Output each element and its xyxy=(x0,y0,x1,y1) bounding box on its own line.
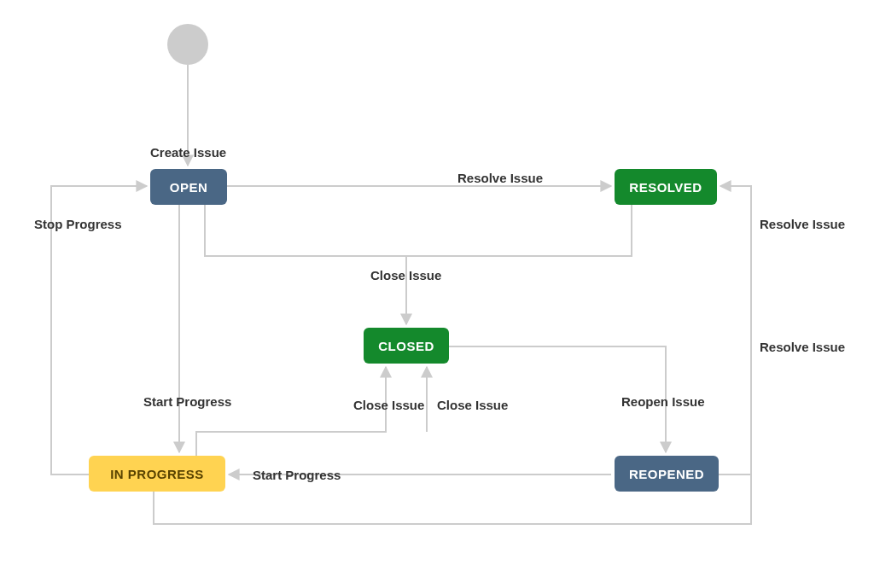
label-reopen-issue: Reopen Issue xyxy=(621,394,705,409)
edge-close-merge-horizontal xyxy=(205,205,632,256)
state-closed: CLOSED xyxy=(364,328,449,364)
label-start-progress-reopened: Start Progress xyxy=(253,468,341,482)
state-closed-label: CLOSED xyxy=(378,339,434,353)
label-close-resolved: Close Issue xyxy=(437,398,508,412)
label-create-issue: Create Issue xyxy=(150,145,226,160)
label-close-inprogress: Close Issue xyxy=(353,398,424,412)
state-in-progress: IN PROGRESS xyxy=(89,456,225,492)
state-open: OPEN xyxy=(150,169,227,205)
workflow-diagram: OPEN RESOLVED CLOSED IN PROGRESS REOPENE… xyxy=(0,0,874,588)
state-reopened-label: REOPENED xyxy=(629,467,704,481)
label-stop-progress: Stop Progress xyxy=(34,217,122,231)
initial-state-dot xyxy=(167,24,208,65)
state-in-progress-label: IN PROGRESS xyxy=(110,467,204,481)
label-resolve-inprogress: Resolve Issue xyxy=(760,217,845,231)
edges-layer xyxy=(0,0,874,588)
label-resolve-reopened: Resolve Issue xyxy=(760,340,845,354)
edge-resolve-reopened xyxy=(719,186,751,474)
state-reopened: REOPENED xyxy=(615,456,719,492)
label-close-open: Close Issue xyxy=(370,268,441,282)
state-open-label: OPEN xyxy=(170,180,208,195)
label-start-progress-open: Start Progress xyxy=(143,394,231,409)
state-resolved: RESOLVED xyxy=(615,169,717,205)
label-resolve-open: Resolve Issue xyxy=(457,171,543,185)
state-resolved-label: RESOLVED xyxy=(629,180,702,195)
